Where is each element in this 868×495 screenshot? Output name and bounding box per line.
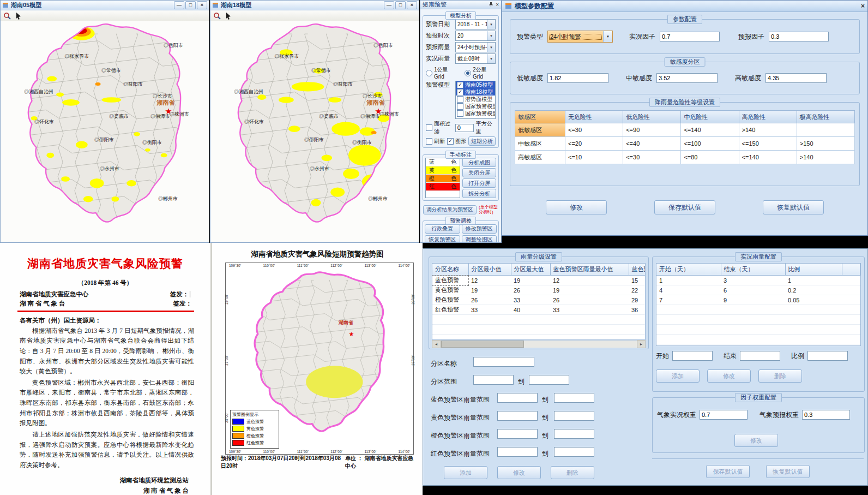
field-combo[interactable]: 24小时预报-晚班▼ bbox=[455, 42, 496, 52]
manual-button[interactable]: 分析成图 bbox=[462, 158, 496, 167]
minimize-button[interactable]: — bbox=[384, 1, 394, 9]
rain-grading-table[interactable]: 分区名称分区最小值分区最大值蓝色预警区雨量最小值蓝色预蓝色预警12191215黄… bbox=[432, 264, 646, 340]
close-button[interactable]: × bbox=[407, 1, 417, 9]
factor-live-input[interactable] bbox=[700, 410, 748, 420]
close-button[interactable]: × bbox=[197, 1, 207, 9]
model-list-item[interactable]: ✓湖南05模型 bbox=[456, 81, 495, 88]
yellow-range-max-input[interactable] bbox=[554, 411, 594, 421]
field-combo[interactable]: 20▼ bbox=[455, 31, 496, 41]
red-range-max-input[interactable] bbox=[554, 447, 594, 457]
blue-range-max-input[interactable] bbox=[554, 393, 594, 403]
radio-2km-grid[interactable]: 2公里Grid bbox=[465, 66, 496, 80]
horizontal-scrollbar[interactable]: ◄ ► bbox=[432, 340, 646, 348]
live-rain-table[interactable]: 开始（天）结束（天）比例131460.2790.05 bbox=[656, 264, 860, 346]
checkbox-icon[interactable]: ✓ bbox=[457, 82, 463, 88]
scrollbar-thumb[interactable] bbox=[441, 341, 524, 348]
dialog-titlebar[interactable]: 模型参数配置 × bbox=[502, 1, 867, 12]
table-row[interactable]: 蓝色预警12191215 bbox=[432, 276, 646, 285]
factor-modify-button[interactable]: 修改 bbox=[734, 434, 778, 447]
chevron-down-icon[interactable]: ▼ bbox=[603, 31, 612, 42]
map-canvas[interactable]: ◎岳阳市◎张家界市◎常德市◎益阳市◎湘西自治州◎长沙市◎湘潭市◎株洲市◎娄底市◎… bbox=[1, 21, 209, 242]
table-row[interactable]: 高敏感区<=10<=30<=80<=140>140 bbox=[515, 151, 855, 164]
rain-risk-table[interactable]: 敏感区无危险性低危险性中危险性高危险性极高危险性低敏感区<=30<=90<=14… bbox=[515, 110, 855, 164]
short-term-analyze-button[interactable]: 短期分析 bbox=[468, 136, 496, 146]
pin-icon[interactable] bbox=[489, 2, 493, 7]
chevron-down-icon[interactable]: ▼ bbox=[487, 54, 495, 63]
color-list[interactable]: 蓝色黄色橙色红色 bbox=[425, 158, 460, 198]
chevron-down-icon[interactable]: ▼ bbox=[487, 20, 495, 29]
default-value-button[interactable]: 恢复默认值 bbox=[766, 465, 810, 478]
radio-1km-grid[interactable]: 1公里Grid bbox=[426, 66, 457, 80]
model-list-item[interactable]: 国家预警模型2 bbox=[456, 103, 495, 110]
checkbox-icon[interactable] bbox=[457, 110, 463, 117]
zone-range-min-input[interactable] bbox=[473, 375, 514, 385]
manual-button[interactable]: 关闭分屏 bbox=[462, 168, 496, 177]
live-form-button[interactable]: 修改 bbox=[707, 369, 751, 383]
close-icon[interactable]: × bbox=[861, 2, 865, 10]
model-list-item[interactable]: 潜势面模型 bbox=[456, 96, 495, 103]
zone-name-input[interactable] bbox=[473, 357, 534, 367]
window-titlebar[interactable]: 湖南05模型 — □ × bbox=[1, 1, 209, 10]
blue-range-min-input[interactable] bbox=[497, 393, 538, 403]
zoom-icon[interactable] bbox=[3, 12, 11, 20]
start-input[interactable] bbox=[672, 351, 713, 361]
manual-button[interactable]: 拆分分析 bbox=[462, 189, 496, 198]
orange-range-max-input[interactable] bbox=[554, 429, 594, 439]
live-factor-input[interactable] bbox=[660, 32, 720, 41]
rain-form-button[interactable]: 添加 bbox=[444, 466, 487, 479]
color-row[interactable]: 蓝色 bbox=[426, 158, 460, 166]
checkbox-icon[interactable] bbox=[426, 138, 432, 145]
chevron-down-icon[interactable]: ▼ bbox=[487, 31, 495, 40]
minimize-button[interactable]: — bbox=[174, 1, 184, 9]
dialog-button[interactable]: 修改 bbox=[546, 200, 607, 214]
forecast-factor-input[interactable] bbox=[769, 32, 829, 41]
radio-icon[interactable] bbox=[426, 70, 432, 76]
table-row[interactable]: 131 bbox=[656, 276, 860, 285]
adjust-button[interactable]: 调整绘图区 bbox=[462, 235, 497, 243]
checkbox-icon[interactable] bbox=[457, 103, 463, 110]
ratio-input[interactable] bbox=[807, 351, 848, 361]
trend-map-page[interactable]: 湖南省地质灾害气象风险短期预警趋势图 109°30′110°00′111°00′… bbox=[210, 243, 423, 495]
adjust-button[interactable]: 修改预警区 bbox=[462, 224, 497, 234]
zone-range-max-input[interactable] bbox=[529, 375, 569, 385]
table-row[interactable]: 黄色预警19261922 bbox=[432, 285, 646, 295]
yellow-range-min-input[interactable] bbox=[497, 411, 538, 421]
adjust-button[interactable]: 行政叠置 bbox=[425, 224, 460, 234]
cursor-icon[interactable] bbox=[15, 12, 22, 20]
live-form-button[interactable]: 删除 bbox=[758, 369, 802, 383]
table-row[interactable]: 中敏感区<=20<=40<=100<=150>150 bbox=[515, 137, 855, 151]
scroll-right-icon[interactable]: ► bbox=[637, 340, 646, 348]
checkbox-icon[interactable] bbox=[457, 96, 463, 103]
color-row[interactable]: 红色 bbox=[426, 183, 460, 191]
warning-document[interactable]: 湖南省地质灾害气象风险预警 （2018 年第 46 号） 湖南省地质灾害应急中心… bbox=[0, 243, 210, 495]
zoom-icon[interactable] bbox=[213, 12, 221, 20]
high-sens-input[interactable] bbox=[765, 73, 827, 83]
adjust-button[interactable]: 恢复预警区 bbox=[425, 235, 460, 243]
field-combo[interactable]: 截止08时▼ bbox=[455, 53, 496, 64]
rain-form-button[interactable]: 删除 bbox=[551, 466, 594, 479]
cursor-icon[interactable] bbox=[225, 12, 232, 20]
live-form-button[interactable]: 添加 bbox=[656, 369, 700, 383]
default-value-button[interactable]: 保存默认值 bbox=[706, 465, 750, 478]
chevron-down-icon[interactable]: ▼ bbox=[487, 43, 495, 52]
close-icon[interactable]: × bbox=[496, 2, 499, 8]
model-listbox[interactable]: ✓湖南05模型✓湖南18模型潜势面模型国家预警模型2国家预警模型1 bbox=[455, 81, 496, 119]
mid-sens-input[interactable] bbox=[656, 73, 718, 83]
area-filter-checkbox[interactable]: 面积过滤 bbox=[426, 120, 453, 135]
refresh-checkbox[interactable]: 刷新 bbox=[426, 138, 445, 145]
area-filter-input[interactable] bbox=[455, 124, 474, 132]
rain-form-button[interactable]: 修改 bbox=[497, 466, 541, 479]
model-list-item[interactable]: 国家预警模型1 bbox=[456, 110, 495, 117]
color-row[interactable]: 橙色 bbox=[426, 175, 460, 183]
factor-forecast-input[interactable] bbox=[802, 410, 850, 420]
map-canvas[interactable]: ◎岳阳市◎张家界市◎常德市◎益阳市◎湘西自治州◎长沙市◎湘潭市◎株洲市◎娄底市◎… bbox=[210, 21, 419, 242]
table-row[interactable]: 460.2 bbox=[656, 285, 860, 295]
warn-type-combo[interactable]: 24小时预警 ▼ bbox=[547, 31, 613, 43]
checkbox-icon[interactable] bbox=[426, 124, 432, 131]
checkbox-icon[interactable]: ✓ bbox=[447, 138, 454, 145]
window-titlebar[interactable]: 湖南18模型 — □ × bbox=[210, 1, 419, 10]
low-sens-input[interactable] bbox=[547, 73, 608, 83]
graphic-checkbox[interactable]: ✓图形 bbox=[447, 138, 466, 145]
restore-button[interactable]: □ bbox=[185, 1, 196, 9]
field-combo[interactable]: 2018 - 11 - 15▼ bbox=[455, 19, 496, 29]
